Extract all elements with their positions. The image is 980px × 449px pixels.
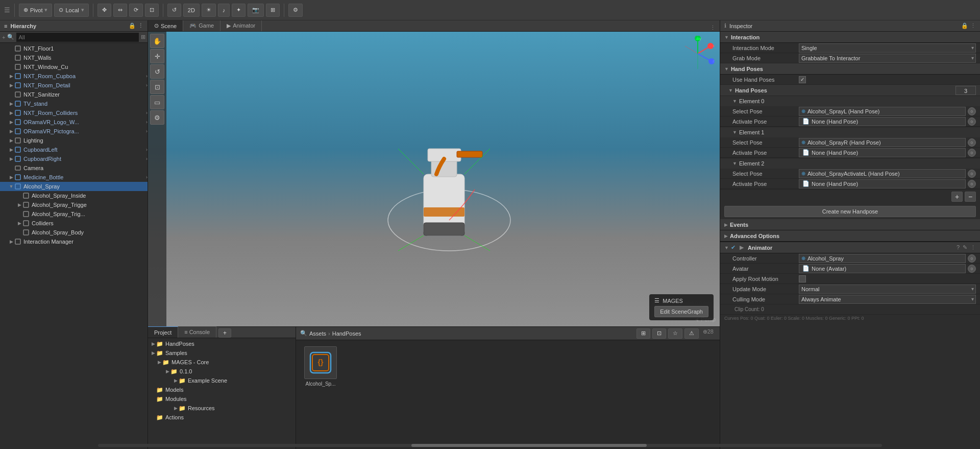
tree-item-alcohol-spray-inside[interactable]: Alcohol_Spray_Inside [0,191,148,200]
animator-question-icon[interactable]: ? [957,244,960,251]
edit-scenegraph-button[interactable]: Edit SceneGraph [654,306,708,317]
tree-item-nxt-walls[interactable]: NXT_Walls [0,53,148,62]
tree-item-cupboard-left[interactable]: CupboardLeft › [0,145,148,154]
tree-item-orama-logo[interactable]: ORamaVR_Logo_W... › [0,117,148,127]
hand-poses-section-header[interactable]: Hand Poses [720,63,980,75]
hierarchy-menu-icon[interactable]: ⋮ [138,22,143,29]
activate-pose-circle-btn[interactable]: ○ [968,117,976,126]
tree-item-version[interactable]: 📁 0.1.0 [148,367,296,376]
tree-item-colliders[interactable]: Colliders [0,219,148,228]
hand-poses-count[interactable]: 3 [955,86,976,95]
tree-item-interaction-manager[interactable]: Interaction Manager [0,237,148,246]
hand-poses-array-header[interactable]: Hand Poses 3 [720,85,980,96]
audio-button[interactable]: ♪ [218,4,230,17]
grab-mode-dropdown[interactable]: Grabbable To Interactor [799,54,976,63]
search-options-icon[interactable]: ⊞ [141,34,145,40]
avatar-circle-btn[interactable]: ○ [968,265,976,273]
tree-item-nxt-room-colliders[interactable]: NXT_Room_Colliders › [0,108,148,117]
transform-tool-4[interactable]: ⊡ [145,4,159,17]
update-mode-select[interactable]: Normal [799,285,976,294]
culling-mode-dropdown[interactable]: Always Animate [799,295,976,304]
select-pose-circle-btn[interactable]: ○ [968,170,976,178]
inspector-lock-icon[interactable]: 🔒 [961,22,968,29]
tab-scene[interactable]: ⊙ Scene [148,20,183,31]
tree-item-lighting[interactable]: Lighting [0,136,148,145]
local-button[interactable]: ⊙ Local [54,4,88,17]
interaction-section-header[interactable]: Interaction [720,32,980,43]
settings-button[interactable]: ⚙ [288,4,303,17]
tab-menu-icon[interactable]: ⋮ [706,25,720,31]
inspector-menu-icon[interactable]: ⋮ [970,22,976,29]
element-0-header[interactable]: Element 0 [720,96,980,106]
tree-item-tv-stand[interactable]: TV_stand [0,99,148,108]
breadcrumb-current[interactable]: HandPoses [332,330,361,337]
use-hand-poses-checkbox[interactable] [799,76,806,83]
tree-item-example-scene[interactable]: 📁 Example Scene [148,376,296,385]
select-pose-circle-btn[interactable]: ○ [968,107,976,115]
custom-tool[interactable]: ⚙ [150,110,164,125]
element-1-header[interactable]: Element 1 [720,127,980,137]
tree-item-cupboard-right[interactable]: CupboardRight › [0,154,148,163]
tree-item-alcohol-spray-trig2[interactable]: Alcohol_Spray_Trig... [0,209,148,219]
animator-menu-icon[interactable]: ⋮ [970,244,976,251]
animator-edit-icon[interactable]: ✎ [963,244,967,251]
pivot-button[interactable]: ⊕ Pivot [19,4,52,17]
create-handpose-button[interactable]: Create new Handpose [724,206,976,217]
rect-tool[interactable]: ▭ [150,95,164,109]
tab-animator[interactable]: ▶ Animator [220,20,262,31]
transform-tool-2[interactable]: ⇔ [113,4,127,17]
assets-star-button[interactable]: ☆ [668,328,682,339]
tree-item-models[interactable]: 📁 Models [148,385,296,394]
animator-section-header[interactable]: ✔ ▶ Animator ? ✎ ⋮ [720,242,980,253]
tree-item-nxt-sanitizer[interactable]: NXT_Sanitizer [0,90,148,99]
assets-filter-button[interactable]: ⊡ [652,328,666,339]
culling-mode-select[interactable]: Always Animate [799,295,976,304]
tree-item-resources[interactable]: 📁 Resources [148,404,296,413]
light-button[interactable]: ☀ [202,4,216,17]
tree-item-medicine-bottle[interactable]: Medicine_Bottle › [0,173,148,182]
update-mode-dropdown[interactable]: Normal [799,285,976,294]
transform-tool-3[interactable]: ⟳ [129,4,143,17]
assets-warning-button[interactable]: ⚠ [684,328,699,339]
activate-pose-circle-btn[interactable]: ○ [968,180,976,188]
activate-pose-circle-btn[interactable]: ○ [968,149,976,157]
add-element-button[interactable]: + [951,192,963,202]
select-pose-circle-btn[interactable]: ○ [968,138,976,147]
gizmo-button[interactable]: ⊞ [266,4,280,17]
tree-item-orama-picto[interactable]: ORamaVR_Pictogra... › [0,127,148,136]
2d-button[interactable]: 2D [183,4,200,17]
tab-project[interactable]: Project [148,326,178,338]
tree-item-modules[interactable]: 📁 Modules [148,394,296,404]
tree-item-actions[interactable]: 📁 Actions [148,413,296,422]
move-tool[interactable]: ✛ [150,49,164,63]
rotate-button[interactable]: ↺ [167,4,181,17]
tree-item-mages-core[interactable]: 📁 MAGES - Core [148,358,296,367]
events-section-header[interactable]: Events [720,219,980,230]
tab-console[interactable]: ≡ Console [178,326,216,338]
remove-element-button[interactable]: − [965,192,976,202]
controller-circle-btn[interactable]: ○ [968,254,976,263]
transform-tool-1[interactable]: ✥ [97,4,111,17]
scroll-bar[interactable] [98,444,882,447]
tree-item-alcohol-spray[interactable]: Alcohol_Spray [0,182,148,191]
add-project-button[interactable]: + [218,328,231,338]
tree-item-nxt-floor1[interactable]: NXT_Floor1 [0,44,148,53]
interaction-mode-dropdown[interactable]: Single [799,43,976,53]
grab-mode-select[interactable]: Grabbable To Interactor [799,54,976,63]
scale-tool[interactable]: ⊡ [150,80,164,94]
apply-root-motion-checkbox[interactable] [799,275,806,282]
interaction-mode-select[interactable]: Single [799,43,976,53]
tab-game[interactable]: 🎮 Game [183,20,220,31]
camera-button[interactable]: 📷 [248,4,264,17]
assets-view-toggle[interactable]: ⊞ [636,328,650,339]
tree-item-alcohol-spray-body[interactable]: Alcohol_Spray_Body [0,228,148,237]
hierarchy-lock-icon[interactable]: 🔒 [129,22,136,29]
breadcrumb-root[interactable]: Assets [309,330,326,337]
effects-button[interactable]: ✦ [232,4,246,17]
tree-item-alcohol-spray-trigge[interactable]: Alcohol_Spray_Trigge [0,200,148,209]
tree-item-camera[interactable]: Camera [0,163,148,173]
advanced-section-header[interactable]: Advanced Options [720,230,980,242]
asset-item-alcohol-sp[interactable]: {} Alcohol_Sp... [300,344,341,389]
tree-item-nxt-room-detail[interactable]: NXT_Room_Detail › [0,81,148,90]
tree-item-nxt-room-cupboa[interactable]: NXT_Room_Cupboa › [0,72,148,81]
